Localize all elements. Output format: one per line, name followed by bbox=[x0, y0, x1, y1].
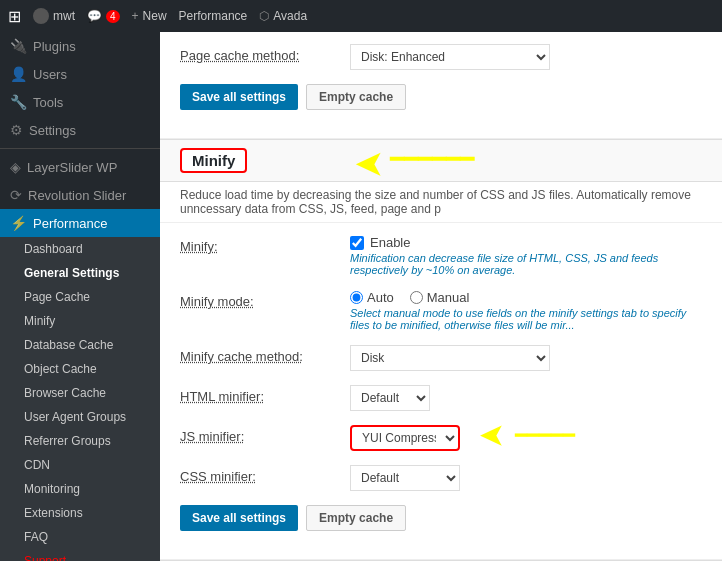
submenu-extensions[interactable]: Extensions bbox=[0, 501, 160, 525]
submenu-user-agent-groups[interactable]: User Agent Groups bbox=[0, 405, 160, 429]
tools-icon: 🔧 bbox=[10, 94, 27, 110]
minify-mode-manual-radio[interactable] bbox=[410, 291, 423, 304]
performance-icon: ⚡ bbox=[10, 215, 27, 231]
js-minifier-arrow-line: ━━━━━ bbox=[515, 423, 575, 447]
submenu-monitoring[interactable]: Monitoring bbox=[0, 477, 160, 501]
minify-arrow-line: ━━━━━━ bbox=[390, 145, 474, 173]
html-minifier-control: Default bbox=[350, 385, 702, 411]
empty-cache-button-2[interactable]: Empty cache bbox=[306, 505, 406, 531]
html-minifier-row: HTML minifier: Default bbox=[180, 385, 702, 411]
settings-wrap: Page cache method: Disk: Enhanced Save a… bbox=[160, 32, 722, 561]
minify-mode-hint: Select manual mode to use fields on the … bbox=[350, 307, 702, 331]
minify-cache-method-control: Disk bbox=[350, 345, 702, 371]
submenu-cdn[interactable]: CDN bbox=[0, 453, 160, 477]
js-minifier-row: JS minifier: YUI Compressor ➤ ━━━━━ bbox=[180, 425, 702, 451]
performance-submenu: Dashboard General Settings Page Cache Mi… bbox=[0, 237, 160, 561]
minify-cache-method-label: Minify cache method: bbox=[180, 345, 330, 364]
page-cache-method-row: Page cache method: Disk: Enhanced bbox=[180, 44, 702, 70]
page-cache-method-label: Page cache method: bbox=[180, 44, 330, 63]
js-minifier-control: YUI Compressor ➤ ━━━━━ bbox=[350, 425, 702, 451]
submenu-page-cache[interactable]: Page Cache bbox=[0, 285, 160, 309]
empty-cache-button[interactable]: Empty cache bbox=[306, 84, 406, 110]
minify-mode-auto-label[interactable]: Auto bbox=[350, 290, 394, 305]
minify-cache-method-select[interactable]: Disk bbox=[350, 345, 550, 371]
users-icon: 👤 bbox=[10, 66, 27, 82]
minify-mode-row: Minify mode: Auto Manual bbox=[180, 290, 702, 331]
save-settings-button[interactable]: Save all settings bbox=[180, 84, 298, 110]
submenu-dashboard[interactable]: Dashboard bbox=[0, 237, 160, 261]
admin-bar-performance[interactable]: Performance bbox=[179, 9, 248, 23]
page-cache-method-select[interactable]: Disk: Enhanced bbox=[350, 44, 550, 70]
minify-section-header: Minify ➤ ━━━━━━ bbox=[160, 139, 722, 182]
minify-mode-manual-label[interactable]: Manual bbox=[410, 290, 470, 305]
submenu-minify[interactable]: Minify bbox=[0, 309, 160, 333]
html-minifier-label: HTML minifier: bbox=[180, 385, 330, 404]
minify-cache-method-row: Minify cache method: Disk bbox=[180, 345, 702, 371]
minify-mode-control: Auto Manual Select manual mode to use fi… bbox=[350, 290, 702, 331]
minify-section-title: Minify bbox=[180, 148, 247, 173]
minify-enable-checkbox-label[interactable]: Enable bbox=[350, 235, 702, 250]
submenu-database-cache[interactable]: Database Cache bbox=[0, 333, 160, 357]
sidebar-item-users[interactable]: 👤 Users bbox=[0, 60, 160, 88]
page-cache-method-section: Page cache method: Disk: Enhanced Save a… bbox=[160, 32, 722, 139]
css-minifier-control: Default bbox=[350, 465, 702, 491]
sidebar-item-settings[interactable]: ⚙ Settings bbox=[0, 116, 160, 144]
sidebar-item-plugins[interactable]: 🔌 Plugins bbox=[0, 32, 160, 60]
admin-bar-comments[interactable]: 💬 4 bbox=[87, 9, 120, 23]
submenu-faq[interactable]: FAQ bbox=[0, 525, 160, 549]
admin-bar-avada[interactable]: ⬡ Avada bbox=[259, 9, 307, 23]
js-minifier-select[interactable]: YUI Compressor bbox=[350, 425, 460, 451]
bottom-buttons-row: Save all settings Empty cache bbox=[180, 505, 702, 531]
sidebar-item-performance[interactable]: ⚡ Performance Dashboard General Settings… bbox=[0, 209, 160, 561]
admin-bar-new[interactable]: + New bbox=[132, 9, 167, 23]
css-minifier-row: CSS minifier: Default bbox=[180, 465, 702, 491]
js-minifier-arrow: ➤ bbox=[480, 419, 503, 452]
top-buttons-row: Save all settings Empty cache bbox=[180, 84, 702, 110]
minify-hint: Minification can decrease file size of H… bbox=[350, 252, 702, 276]
main-content: Page cache method: Disk: Enhanced Save a… bbox=[160, 32, 722, 561]
submenu-general-settings[interactable]: General Settings bbox=[0, 261, 160, 285]
minify-mode-auto-radio[interactable] bbox=[350, 291, 363, 304]
submenu-support[interactable]: Support bbox=[0, 549, 160, 561]
submenu-browser-cache[interactable]: Browser Cache bbox=[0, 381, 160, 405]
minify-enable-checkbox[interactable] bbox=[350, 236, 364, 250]
minify-description: Reduce load time by decreasing the size … bbox=[160, 182, 722, 223]
admin-menu: 🔌 Plugins 👤 Users 🔧 Tools ⚙ Set bbox=[0, 32, 160, 561]
menu-separator-1 bbox=[0, 148, 160, 149]
layerslider-icon: ◈ bbox=[10, 159, 21, 175]
css-minifier-select[interactable]: Default bbox=[350, 465, 460, 491]
admin-bar: ⊞ mwt 💬 4 + New Performance ⬡ Avada bbox=[0, 0, 722, 32]
revolution-icon: ⟳ bbox=[10, 187, 22, 203]
plugins-icon: 🔌 bbox=[10, 38, 27, 54]
css-minifier-label: CSS minifier: bbox=[180, 465, 330, 484]
admin-bar-wp-icon: ⊞ bbox=[8, 7, 21, 26]
minify-enable-row: Minify: Enable Minification can decrease… bbox=[180, 235, 702, 276]
save-settings-button-2[interactable]: Save all settings bbox=[180, 505, 298, 531]
minify-settings-section: Minify: Enable Minification can decrease… bbox=[160, 223, 722, 560]
admin-sidebar: 🔌 Plugins 👤 Users 🔧 Tools ⚙ Set bbox=[0, 32, 160, 561]
js-minifier-label: JS minifier: bbox=[180, 425, 330, 444]
page-cache-method-control: Disk: Enhanced bbox=[350, 44, 702, 70]
admin-bar-site[interactable]: mwt bbox=[33, 8, 75, 24]
sidebar-item-layerslider[interactable]: ◈ LayerSlider WP bbox=[0, 153, 160, 181]
html-minifier-select[interactable]: Default bbox=[350, 385, 430, 411]
minify-mode-radio-group: Auto Manual bbox=[350, 290, 702, 305]
sidebar-item-revolution[interactable]: ⟳ Revolution Slider bbox=[0, 181, 160, 209]
submenu-referrer-groups[interactable]: Referrer Groups bbox=[0, 429, 160, 453]
minify-arrow-annotation: ➤ bbox=[355, 145, 382, 183]
minify-mode-label: Minify mode: bbox=[180, 290, 330, 309]
minify-enable-control: Enable Minification can decrease file si… bbox=[350, 235, 702, 276]
sidebar-item-tools[interactable]: 🔧 Tools bbox=[0, 88, 160, 116]
settings-icon: ⚙ bbox=[10, 122, 23, 138]
submenu-object-cache[interactable]: Object Cache bbox=[0, 357, 160, 381]
minify-label: Minify: bbox=[180, 235, 330, 254]
comment-icon: 💬 bbox=[87, 9, 102, 23]
